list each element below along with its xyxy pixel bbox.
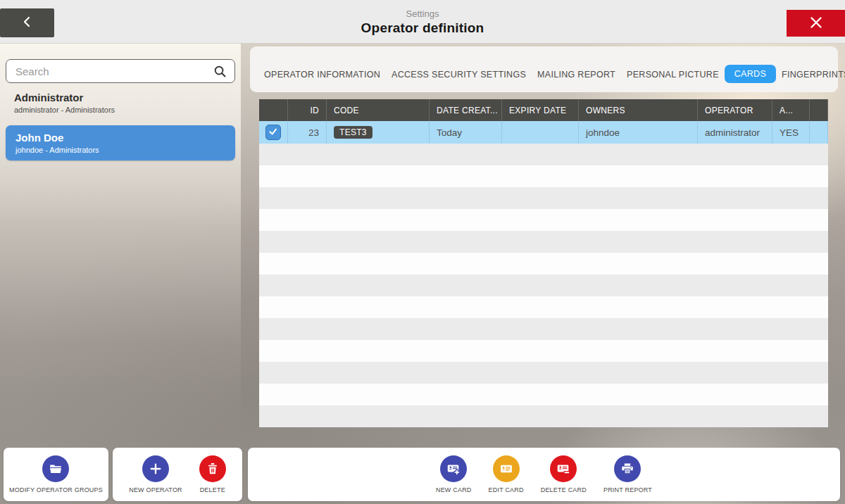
table-row-empty	[259, 253, 828, 275]
x-icon	[807, 13, 825, 34]
cell-date-created: Today	[430, 121, 502, 144]
table-row-empty	[259, 187, 828, 209]
table-row-empty	[259, 340, 828, 362]
tab-fingerprints[interactable]: FINGERPRINTS	[776, 66, 845, 83]
tab-mailing-report[interactable]: MAILING REPORT	[532, 66, 621, 83]
toolbar-group-cards: NEW CARD EDIT CARD	[248, 448, 840, 501]
delete-button[interactable]: DELETE	[198, 455, 227, 493]
column-header-date-created: DATE CREAT...	[430, 99, 502, 121]
modify-operator-groups-button[interactable]: MODIFY OPERATOR GROUPS	[8, 455, 104, 493]
table-header-row: ID CODE DATE CREAT... EXPIRY DATE OWNERS…	[259, 99, 828, 121]
table-row-empty	[259, 384, 828, 405]
toolbar-button-label: NEW OPERATOR	[129, 486, 182, 493]
toolbar-group-operator-groups: MODIFY OPERATOR GROUPS	[4, 448, 108, 501]
table-row-empty	[259, 296, 828, 318]
table-row-empty	[259, 318, 828, 340]
column-header-id: ID	[288, 99, 327, 121]
search-input[interactable]	[6, 59, 235, 83]
search-wrapper	[6, 59, 235, 83]
cell-id: 23	[288, 121, 327, 144]
toolbar-button-label: MODIFY OPERATOR GROUPS	[9, 486, 103, 493]
card-icon	[493, 455, 520, 482]
table-row-empty	[259, 144, 828, 165]
folder-icon	[42, 455, 69, 482]
column-header-code: CODE	[327, 99, 430, 121]
plus-icon	[142, 455, 169, 482]
tab-personal-picture[interactable]: PERSONAL PICTURE	[621, 66, 725, 83]
print-report-button[interactable]: PRINT REPORT	[602, 455, 653, 493]
toolbar-group-operator: NEW OPERATOR DELETE	[113, 448, 242, 501]
column-header-operator: OPERATOR	[698, 99, 772, 121]
edit-card-button[interactable]: EDIT CARD	[487, 455, 525, 493]
cell-end	[810, 121, 828, 144]
toolbar-button-label: DELETE CARD	[541, 486, 587, 493]
tab-cards[interactable]: CARDS	[725, 65, 776, 83]
table-row-empty	[259, 362, 828, 384]
operator-detail: administrator - Administrators	[14, 106, 231, 114]
toolbar-button-label: EDIT CARD	[489, 486, 524, 493]
table-row-empty	[259, 231, 828, 253]
cell-owners: johndoe	[579, 121, 698, 144]
search-icon	[212, 63, 228, 82]
new-operator-button[interactable]: NEW OPERATOR	[127, 455, 184, 493]
trash-icon	[199, 455, 226, 482]
row-checkbox[interactable]	[265, 125, 281, 140]
tab-operator-information[interactable]: OPERATOR INFORMATION	[258, 66, 386, 83]
column-header-expiry-date: EXPIRY DATE	[502, 99, 579, 121]
header: Settings Operator definition	[0, 0, 845, 44]
close-button[interactable]	[787, 10, 845, 37]
operator-list-item-administrator[interactable]: Administrator administrator - Administra…	[0, 83, 241, 121]
operator-name: Administrator	[14, 92, 231, 103]
cell-code: TEST3	[327, 121, 430, 144]
delete-card-button[interactable]: DELETE CARD	[539, 455, 588, 493]
cards-table: ID CODE DATE CREAT... EXPIRY DATE OWNERS…	[259, 99, 828, 427]
table-row-empty	[259, 209, 828, 231]
table-row-empty	[259, 405, 828, 427]
tab-access-security-settings[interactable]: ACCESS SECURITY SETTINGS	[386, 66, 532, 83]
table-empty-rows	[259, 144, 828, 427]
table-row-empty	[259, 275, 828, 296]
operator-name: John Doe	[15, 132, 225, 144]
toolbar-button-label: PRINT REPORT	[603, 486, 652, 493]
cell-a: YES	[772, 121, 810, 144]
new-card-button[interactable]: NEW CARD	[434, 455, 473, 493]
card-minus-icon	[550, 455, 577, 482]
cell-expiry-date	[502, 121, 579, 144]
toolbar-button-label: DELETE	[200, 486, 225, 493]
code-badge: TEST3	[334, 126, 373, 139]
page-title: Operator definition	[0, 20, 845, 36]
printer-icon	[614, 455, 641, 482]
row-select-cell	[259, 121, 288, 144]
title-block: Settings Operator definition	[0, 0, 845, 36]
tabs-bar: OPERATOR INFORMATION ACCESS SECURITY SET…	[250, 46, 838, 92]
sidebar: Administrator administrator - Administra…	[0, 44, 241, 504]
operator-detail: johndoe - Administrators	[15, 146, 225, 154]
column-header-owners: OWNERS	[579, 99, 698, 121]
operator-list-item-johndoe[interactable]: John Doe johndoe - Administrators	[6, 125, 235, 160]
column-header-end	[810, 99, 828, 121]
column-header-a: A...	[772, 99, 810, 121]
cell-operator: administrator	[698, 121, 772, 144]
toolbar-button-label: NEW CARD	[436, 486, 472, 493]
header-subtitle: Settings	[0, 8, 845, 19]
table-row-empty	[259, 165, 828, 187]
column-header-select	[259, 99, 288, 121]
table-row[interactable]: 23 TEST3 Today johndoe administrator YES	[259, 121, 828, 144]
check-icon	[268, 126, 279, 139]
card-plus-icon	[440, 455, 467, 482]
